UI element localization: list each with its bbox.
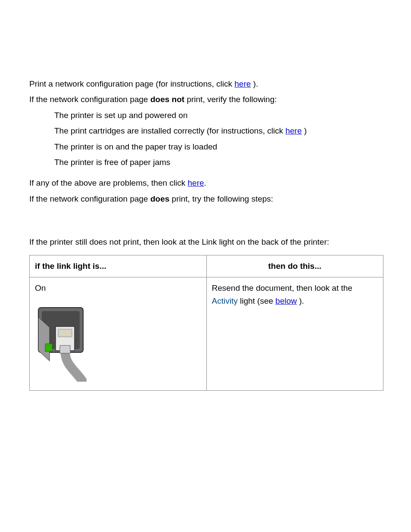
followup-line-2: If the network configuration page does p… xyxy=(29,193,385,205)
document-page: Print a network configuration page (for … xyxy=(0,0,411,391)
checklist-item: The printer is set up and powered on xyxy=(54,109,385,122)
text: If any of the above are problems, then c… xyxy=(29,178,188,187)
text: print, try the following steps: xyxy=(169,194,273,203)
table-cell-action: Resend the document, then look at the Ac… xyxy=(206,277,383,390)
text: ). xyxy=(251,79,258,88)
cartridge-instructions-link[interactable]: here xyxy=(285,126,302,135)
link-light-table: if the link light is... then do this... … xyxy=(29,255,383,391)
table-header-row: if the link light is... then do this... xyxy=(30,255,383,277)
emphasis-does-not: does not xyxy=(150,95,184,104)
printer-port-icon xyxy=(35,304,201,386)
table-lead-text: If the printer still does not print, the… xyxy=(29,236,385,249)
checklist-item: The printer is on and the paper tray is … xyxy=(54,140,385,153)
table-header-then: then do this... xyxy=(206,255,383,277)
activity-light-label: Activity xyxy=(212,296,238,305)
instructions-link-1[interactable]: here xyxy=(234,79,251,88)
text: ) xyxy=(302,126,307,135)
text: print, verify the following: xyxy=(184,95,277,104)
intro-line-2: If the network configuration page does n… xyxy=(29,93,385,106)
text: ). xyxy=(297,296,304,305)
text: Resend the document, then look at the xyxy=(212,283,352,292)
link-light-status: On xyxy=(35,282,201,295)
problems-link[interactable]: here xyxy=(188,178,204,187)
svg-rect-6 xyxy=(60,345,70,353)
text: The print cartridges are installed corre… xyxy=(54,126,285,135)
table-cell-status: On xyxy=(30,277,207,390)
text: . xyxy=(204,178,206,187)
emphasis-does: does xyxy=(150,194,169,203)
intro-line-1: Print a network configuration page (for … xyxy=(29,78,385,90)
checklist: The printer is set up and powered on The… xyxy=(54,109,385,169)
table-row: On xyxy=(30,277,383,390)
text: If the network configuration page xyxy=(29,194,150,203)
below-link[interactable]: below xyxy=(275,296,297,305)
followup-line-1: If any of the above are problems, then c… xyxy=(29,177,385,190)
text: light (see xyxy=(238,296,276,305)
table-header-if: if the link light is... xyxy=(30,255,207,277)
svg-rect-4 xyxy=(58,329,72,337)
checklist-item: The printer is free of paper jams xyxy=(54,156,385,169)
svg-rect-5 xyxy=(45,344,52,352)
text: If the network configuration page xyxy=(29,95,150,104)
text: Print a network configuration page (for … xyxy=(29,79,234,88)
checklist-item: The print cartridges are installed corre… xyxy=(54,124,385,137)
